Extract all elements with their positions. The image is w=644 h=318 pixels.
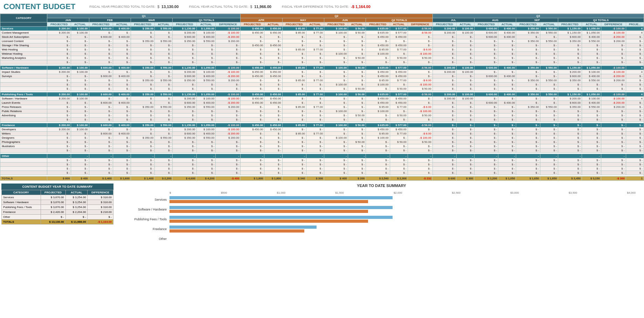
data-cell: $ 85.00 <box>366 105 390 109</box>
data-cell: $ - <box>196 140 216 144</box>
data-cell: $ - <box>241 171 264 175</box>
section-total-cell: $ 350.00 <box>131 92 154 97</box>
data-cell: $ - <box>558 52 582 56</box>
summary-category-cell: Software / Hardware <box>2 200 41 205</box>
data-cell: $ - <box>241 136 264 140</box>
data-cell: $ - <box>306 56 324 60</box>
data-cell: $ - <box>348 78 366 83</box>
data-cell: $ - <box>196 56 216 60</box>
data-cell: $ - <box>173 109 196 113</box>
data-cell: $ - <box>498 43 516 48</box>
section-total-cell: $ 1,150.00 <box>173 92 196 97</box>
data-cell: $ - <box>71 136 89 140</box>
may-proj: PROJECTED <box>282 22 306 27</box>
data-cell: $ - <box>516 113 540 118</box>
data-cell: $ - <box>475 56 498 60</box>
data-cell: $ - <box>306 52 324 56</box>
q1totals-header: Q1 TOTALS <box>173 18 241 22</box>
data-cell: $ - <box>71 74 89 78</box>
data-cell: $ - <box>89 144 113 148</box>
data-cell: $ - <box>113 144 131 148</box>
section-total-cell: $ 100.00 <box>71 27 89 31</box>
data-cell: $ - <box>348 35 366 39</box>
data-cell: $ 600.00 <box>89 74 113 78</box>
data-cell: $ - <box>348 83 366 87</box>
data-cell: $ - <box>540 52 558 56</box>
data-cell: $ - <box>131 60 154 64</box>
data-cell: $ - <box>626 43 644 48</box>
section-total-cell: -$ 100.00 <box>216 92 241 97</box>
data-cell: $ - <box>432 109 456 113</box>
data-cell: $ 77.00 <box>306 105 324 109</box>
data-cell: $ - <box>456 132 474 136</box>
data-cell: $ - <box>601 113 626 118</box>
data-cell: $ 350.00 <box>131 136 154 140</box>
data-cell: $ - <box>456 158 474 163</box>
section-total-cell: $ 100.00 <box>456 66 474 70</box>
data-cell: $ 600.00 <box>475 101 498 105</box>
category-cell: Marketing Analytics <box>0 56 47 60</box>
data-cell: $ 550.00 <box>540 39 558 43</box>
data-cell: $ - <box>432 167 456 171</box>
data-cell: $ - <box>540 144 558 148</box>
data-cell: $ - <box>475 171 498 175</box>
jun-act: ACTUAL <box>348 22 366 27</box>
summary-row: Other$ -$ -$ - <box>2 215 113 220</box>
category-cell <box>0 78 47 83</box>
section-total-cell: $ 550.00 <box>540 27 558 31</box>
data-cell: $ - <box>282 87 306 91</box>
data-cell: $ - <box>540 140 558 144</box>
section-total-cell: $ 85.00 <box>282 66 306 70</box>
data-cell: $ - <box>324 171 348 175</box>
spreadsheet-container[interactable]: CATEGORY Q1 Q2 Q3 JAN FEB MAR Q1 TOTALS … <box>0 14 644 181</box>
summary-actual-cell: $ 3,254.00 <box>65 205 88 210</box>
data-cell: $ - <box>475 83 498 87</box>
data-cell: $ - <box>601 60 626 64</box>
section-total-cell: - <box>432 154 456 158</box>
data-cell: $ - <box>456 39 474 43</box>
app-title: CONTENT BUDGET <box>4 2 75 11</box>
data-cell: $ - <box>282 101 306 105</box>
data-cell: $ - <box>306 35 324 39</box>
data-cell: $ 85.00 <box>282 78 306 83</box>
data-cell: $ - <box>324 87 348 91</box>
fiscal-projected-value: 13,130.00 <box>161 5 179 9</box>
section-total-cell: $ 100.00 <box>71 92 89 97</box>
data-cell: -$ 200.00 <box>216 132 241 136</box>
aug-header: AUG <box>475 18 516 22</box>
summary-projected-cell: $ 3,670.00 <box>41 195 65 200</box>
data-cell: $ - <box>131 140 154 144</box>
data-cell: $ - <box>113 83 131 87</box>
data-cell: $ - <box>475 113 498 118</box>
data-cell: $ - <box>47 113 71 118</box>
data-cell: $ 600.00 <box>558 101 582 105</box>
projected-bar <box>169 206 393 209</box>
data-cell: $ - <box>306 97 324 101</box>
data-cell: $ - <box>113 87 131 91</box>
data-cell: 4 <box>626 97 644 101</box>
section-total-cell: $ 600.00 <box>475 66 498 70</box>
totals-cell: $ 800 <box>47 177 71 181</box>
data-cell: $ - <box>131 74 154 78</box>
data-cell: $ 50.00 <box>408 87 432 91</box>
data-cell: $ - <box>47 87 71 91</box>
data-cell: $ - <box>475 105 498 109</box>
data-cell: $ - <box>498 113 516 118</box>
data-cell: $ 200.00 <box>601 78 626 83</box>
q1-header: Q1 <box>47 14 241 18</box>
table-row: Advertising$ -$ -$ -$ -$ -$ -$ -$ -$ -$ … <box>0 113 644 118</box>
data-cell: $ - <box>626 48 644 52</box>
data-cell: $ - <box>306 113 324 118</box>
data-cell: $ - <box>498 56 516 60</box>
summary-actual-cell: $ 3,254.00 <box>65 195 88 200</box>
table-row: Software / Hardware$ 200.00$ 100.00$ -$ … <box>0 97 644 101</box>
data-cell: $ - <box>306 60 324 64</box>
data-cell: $ - <box>408 39 432 43</box>
data-cell: $ - <box>626 136 644 140</box>
data-cell: $ - <box>348 148 366 153</box>
q2totals-header: Q2 TOTALS <box>366 18 432 22</box>
data-cell: $ 50.00 <box>348 140 366 144</box>
data-cell: $ 450.00 <box>241 74 264 78</box>
totals-cell: $ 1,800 <box>264 177 282 181</box>
section-total-cell: - <box>475 154 498 158</box>
